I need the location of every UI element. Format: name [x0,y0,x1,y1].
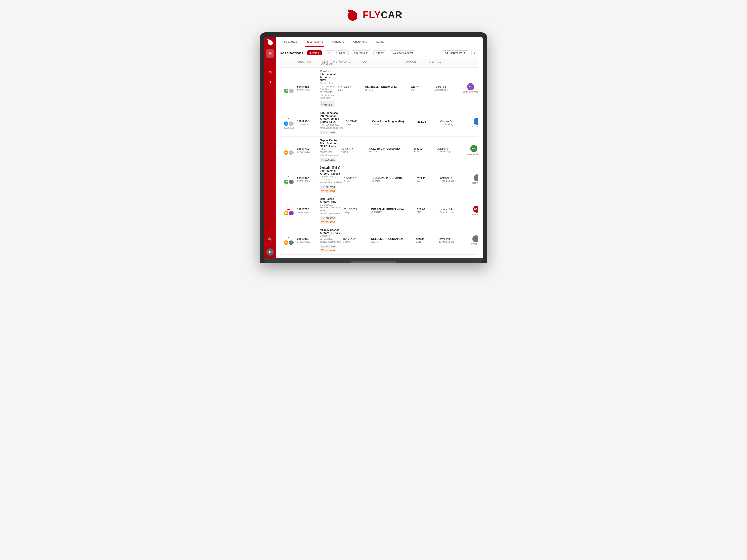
created-1: October 04 1 minutes ago [434,85,459,91]
row-checkbox-1[interactable] [287,84,290,87]
country-badge-4: GR [284,180,288,184]
filter-voucher-request[interactable]: Voucher Request [390,50,416,55]
type-badge-1: ● [289,88,293,93]
agent-avatar-2: WY [474,118,479,125]
created-4: October 04 4 minutes ago [440,177,465,182]
content-area: Reservations Filtered All Open OnRequest… [276,47,483,258]
agent-1: YP CALL CENTER [459,83,479,93]
order-no-5: 2151375/2 26824387IL2 [297,208,320,214]
nav-price-quotes[interactable]: Price quotes [280,37,298,47]
row-checkbox-3[interactable] [287,145,290,149]
country-badge-6: IT [284,240,288,245]
nav-reservations[interactable]: Reservations [305,37,324,47]
th-order-no: Order No [297,60,320,66]
type-badge-2: ● [289,121,293,126]
doc-tag-1a[interactable]: 📄 1271799/3 [320,101,335,107]
plan-5: INCLUSIVE PROGRAM(8A) CHARTER [371,208,417,213]
nav-customers[interactable]: Customers [352,37,368,47]
doc-tag-5b[interactable]: 📅 2151375/2 [320,220,336,224]
th-pickup-date: Pickup date [333,60,361,66]
pickup-date-3: 16/10/2023 4 days [341,147,369,153]
agent-3: OK CALL CENTER [462,145,479,155]
download-button[interactable]: ⬇ [471,50,479,56]
sidebar: ⚙ ☰ ⊞ ★ 🔍 U [264,37,276,258]
table-row: IT ● 2151172/2 26701605IL0 Naples Centra… [280,137,478,164]
top-nav: Price quotes Reservations Vouchers Custo… [276,37,483,47]
sidebar-icon-search[interactable]: 🔍 [266,235,274,243]
laptop-screen: ⚙ ☰ ⊞ ★ 🔍 U Price quotes Reservations Vo… [264,37,483,258]
pickup-date-2: 16/10/2023 2 days [344,120,372,126]
plan-1: INCLUSIVE PROGRAM(IS) BRUTO [365,85,411,91]
created-6: October 04 10 minutes ago [439,238,464,243]
amount-1: 242.76 EUR [411,85,434,91]
user-avatar-sidebar[interactable]: U [266,248,274,256]
doc-tag-3a[interactable]: 📄 1270116/3 [320,158,336,162]
agent-2: WY CALL CENTER [465,118,479,128]
row-checkbox-5[interactable]: ✓ [287,206,290,210]
agent-5: GOT AGENTS [465,206,479,216]
order-no-1: 2151994/2 27363910L0 [297,85,320,91]
sidebar-icon-star[interactable]: ★ [266,78,274,86]
row-checkbox-4[interactable]: ✓ [287,175,290,178]
nav-vouchers[interactable]: Vouchers [331,37,345,47]
order-no-4: 2151992/1 27363963IL4 [297,177,320,182]
filter-filtered[interactable]: Filtered [307,50,322,55]
doc-tag-5a[interactable]: 📄 1270498/2 [320,216,336,220]
location-5: Bari Palese Airport - Italy GO GLOBAL TR… [320,197,344,224]
created-3: October 04 4 minutes ago [437,147,462,153]
page-header: Reservations Filtered All Open OnRequest… [280,50,479,56]
doc-tag-4a[interactable]: 📄 1271796/1 [320,185,336,189]
pickup-date-1: 19/10/2023 4 days [338,85,365,91]
th-created: Created [429,60,454,66]
sidebar-logo [266,39,274,46]
doc-tag-6a[interactable]: 📄 1271794/1 [320,245,336,248]
nav-leads[interactable]: Leads [375,37,385,47]
filter-onrequest[interactable]: OnRequest [352,50,370,55]
row-actions-2: ✓ US ● Credit Card [282,116,297,129]
laptop-frame: ⚙ ☰ ⊞ ★ 🔍 U Price quotes Reservations Vo… [260,32,487,263]
location-6: Milan Malpensa Airport T1 - Italy Gil Co… [320,228,343,252]
th-agent [454,60,479,66]
location-1: Rhodes International Airport - GRC Genes… [320,70,338,107]
plan-3: INCLUSIVE PROGRAM(8A) BRUTO [369,147,414,153]
table-row: GR ● 2151994/2 27363910L0 Rhodes Interna… [280,68,478,109]
sidebar-icon-card[interactable]: ⊞ [266,69,274,77]
th-plan: Plan [361,60,406,66]
row-actions-1: GR ● [282,84,297,93]
row-checkbox-2[interactable]: ✓ [287,116,290,120]
doc-tag-6b[interactable]: 📅 2151991/1 [320,249,336,252]
amount-5: 325.04 EUR [417,208,440,213]
row-actions-6: ✓ IT ● [282,236,297,245]
filter-urgent[interactable]: Urgent [374,50,387,55]
sidebar-icon-settings[interactable]: ⚙ [266,49,274,57]
doc-tag-2a[interactable]: 📄 1271786/3 [320,131,336,134]
row-actions-4: ✓ GR ● [282,175,297,184]
th-pickup-location: Pickup location [320,60,333,66]
order-no-6: 2151991/1 27363678IL5 [297,237,320,243]
amount-2: 292.04 USD [417,120,440,126]
plan-6: INCLUSIVE PROGRAM(8A) BRUTO [371,238,416,243]
agent-4: I INTERNET [465,174,479,184]
table-row: ✓ IT ● 2151375/2 26824387IL2 [280,195,478,226]
agent-avatar-4: I [474,174,479,181]
all-documents-button[interactable]: All Documents ▼ [442,50,468,55]
reservations-table: Order No Pickup location Pickup date Pla… [280,58,479,255]
pickup-date-5: 05/10/2023 7 days [344,208,371,214]
type-badge-6: ● [289,240,293,245]
amount-6: 303.61 EUR [416,238,439,243]
table-row: ✓ US ● Credit Card 2151993/1 27364085IL0 [280,109,478,136]
order-no-3: 2151172/2 26701605IL0 [297,147,320,153]
filter-open[interactable]: Open [336,50,349,55]
location-3: Naples Central Train Station - NAPOLI It… [320,139,341,162]
table-header: Order No Pickup location Pickup date Pla… [280,59,478,68]
country-badge-5: IT [284,211,288,215]
table-row: ✓ GR ● 2151992/1 27363963IL4 [280,164,478,195]
country-badge-2: US [284,121,288,126]
pickup-date-4: 13/10/2023 7 days [344,177,372,182]
order-no-2: 2151993/1 27364085IL0 [297,120,320,126]
filter-all[interactable]: All [325,50,333,55]
logo-area: FLYCAR [345,7,403,22]
row-checkbox-6[interactable]: ✓ [287,236,290,239]
doc-tag-4b[interactable]: 📅 2151992/1 [320,189,336,193]
sidebar-icon-list[interactable]: ☰ [266,59,274,67]
